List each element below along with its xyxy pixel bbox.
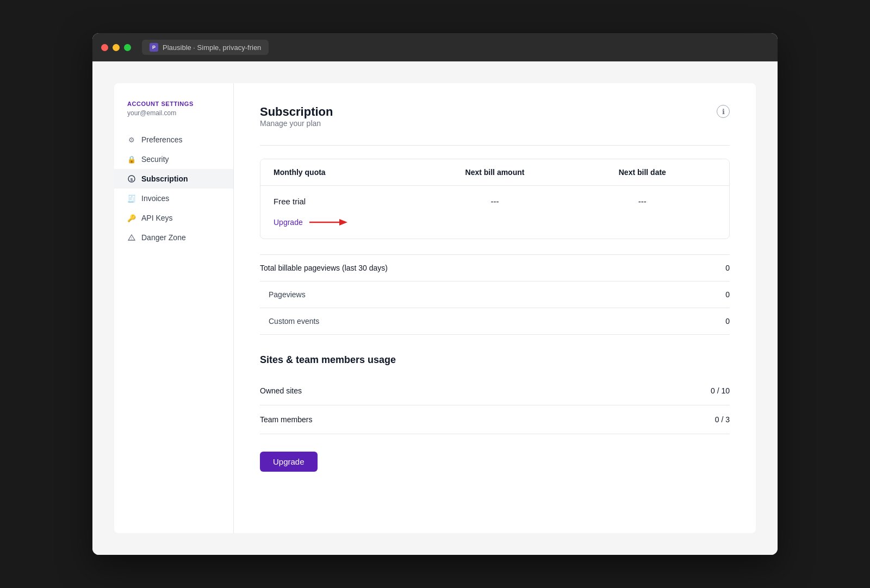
header-divider — [260, 145, 730, 146]
owned-sites-value: 0 / 10 — [711, 386, 730, 395]
custom-events-label: Custom events — [260, 317, 319, 326]
sidebar-item-api-keys-label: API Keys — [141, 214, 173, 222]
account-email: your@email.com — [114, 109, 233, 117]
coin-icon: $ — [127, 174, 136, 183]
browser-tab[interactable]: P Plausible · Simple, privacy-frien — [142, 40, 269, 55]
key-icon: 🔑 — [127, 214, 136, 222]
team-members-row: Team members 0 / 3 — [260, 405, 730, 434]
total-pageviews-value: 0 — [725, 264, 730, 272]
col3-header: Next bill date — [569, 168, 716, 177]
plan-name: Free trial — [274, 197, 421, 206]
section-header-left: Subscription Manage your plan — [260, 105, 333, 141]
tab-favicon: P — [150, 43, 158, 52]
sidebar-item-preferences[interactable]: ⚙ Preferences — [114, 130, 233, 149]
tab-label: Plausible · Simple, privacy-frien — [163, 43, 261, 52]
minimize-button[interactable] — [113, 44, 120, 51]
owned-sites-row: Owned sites 0 / 10 — [260, 377, 730, 405]
upgrade-link[interactable]: Upgrade — [274, 218, 303, 227]
total-pageviews-row: Total billable pageviews (last 30 days) … — [260, 254, 730, 282]
close-button[interactable] — [101, 44, 108, 51]
custom-events-row: Custom events 0 — [260, 308, 730, 335]
next-bill-amount: --- — [421, 197, 568, 206]
svg-text:!: ! — [131, 236, 132, 240]
team-members-label: Team members — [260, 415, 312, 424]
lock-icon: 🔒 — [127, 155, 136, 164]
triangle-icon: ! — [127, 233, 136, 242]
sidebar-item-danger-zone[interactable]: ! Danger Zone — [114, 228, 233, 247]
pageviews-row: Pageviews 0 — [260, 282, 730, 308]
page-subtitle: Manage your plan — [260, 119, 333, 128]
main-content: Subscription Manage your plan ℹ Monthly … — [234, 83, 756, 533]
pageviews-label: Pageviews — [260, 290, 306, 299]
browser-window: P Plausible · Simple, privacy-frien ACCO… — [92, 33, 778, 555]
plan-table-body: Free trial --- --- — [260, 186, 729, 217]
sidebar-item-danger-zone-label: Danger Zone — [141, 233, 186, 242]
receipt-icon: 🧾 — [127, 194, 136, 203]
gear-icon: ⚙ — [127, 135, 136, 144]
page-container: ACCOUNT SETTINGS your@email.com ⚙ Prefer… — [114, 83, 756, 533]
upgrade-button[interactable]: Upgrade — [260, 452, 318, 472]
custom-events-value: 0 — [725, 317, 730, 326]
arrow-icon — [309, 217, 353, 228]
pageviews-value: 0 — [725, 290, 730, 299]
sidebar-item-security-label: Security — [141, 155, 169, 164]
sidebar-item-preferences-label: Preferences — [141, 135, 182, 144]
section-header: Subscription Manage your plan ℹ — [260, 105, 730, 141]
browser-titlebar: P Plausible · Simple, privacy-frien — [92, 33, 778, 61]
sites-section: Sites & team members usage Owned sites 0… — [260, 354, 730, 434]
plan-table: Monthly quota Next bill amount Next bill… — [260, 159, 730, 239]
sidebar-item-subscription-label: Subscription — [141, 174, 188, 183]
col1-header: Monthly quota — [274, 168, 421, 177]
upgrade-arrow — [309, 217, 353, 228]
account-settings-label: ACCOUNT SETTINGS — [114, 101, 233, 107]
total-pageviews-label: Total billable pageviews (last 30 days) — [260, 264, 388, 272]
sidebar: ACCOUNT SETTINGS your@email.com ⚙ Prefer… — [114, 83, 234, 533]
sidebar-item-invoices-label: Invoices — [141, 194, 169, 203]
svg-text:$: $ — [130, 177, 133, 182]
pageviews-section: Total billable pageviews (last 30 days) … — [260, 254, 730, 335]
page-title: Subscription — [260, 105, 333, 119]
sidebar-item-api-keys[interactable]: 🔑 API Keys — [114, 208, 233, 228]
svg-marker-4 — [339, 219, 347, 226]
sites-section-title: Sites & team members usage — [260, 354, 730, 366]
next-bill-date: --- — [569, 197, 716, 206]
browser-content: ACCOUNT SETTINGS your@email.com ⚙ Prefer… — [92, 61, 778, 555]
sidebar-item-subscription[interactable]: $ Subscription — [114, 169, 233, 189]
upgrade-link-row: Upgrade — [260, 217, 729, 239]
sidebar-item-invoices[interactable]: 🧾 Invoices — [114, 189, 233, 208]
owned-sites-label: Owned sites — [260, 386, 302, 395]
info-icon[interactable]: ℹ — [717, 105, 730, 118]
team-members-value: 0 / 3 — [715, 415, 730, 424]
col2-header: Next bill amount — [421, 168, 568, 177]
sidebar-item-security[interactable]: 🔒 Security — [114, 149, 233, 169]
plan-table-header: Monthly quota Next bill amount Next bill… — [260, 159, 729, 186]
fullscreen-button[interactable] — [124, 44, 131, 51]
